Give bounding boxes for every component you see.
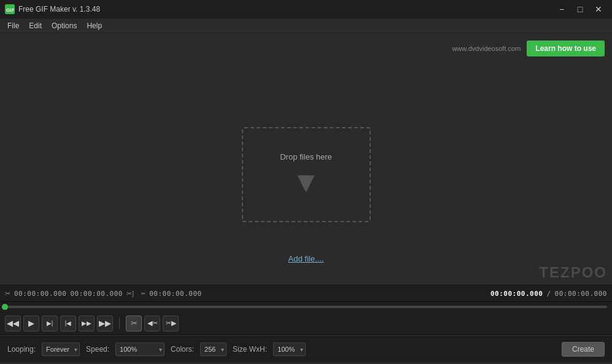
next-frame-button[interactable]: ▶▶ (79, 316, 95, 331)
go-to-start-button[interactable]: ◀◀ (5, 316, 21, 331)
main-area: Drop files here ▼ Add file.... TEZPOO (0, 64, 612, 285)
trim-end-icon: ✂] (126, 290, 134, 298)
controls-area: ◀◀ ▶ ▶| |◀ ▶▶ ▶▶ ✂ ◀✂ ✂▶ (0, 312, 612, 335)
app-icon: GIF (5, 4, 15, 14)
play-button[interactable]: ▶ (23, 316, 39, 331)
step-forward-button[interactable]: ▶| (42, 316, 58, 331)
current-time: 00:00:00.000 (490, 290, 543, 298)
trim-start-time: 00:00:00.000 (14, 290, 66, 298)
go-to-end-button[interactable]: ▶▶ (97, 316, 113, 331)
app-title: Free GIF Maker v. 1.3.48 (18, 5, 100, 14)
window-controls: − □ ✕ (553, 3, 607, 15)
time-separator: / (546, 290, 551, 298)
timeline-right: 00:00:00.000 / 00:00:00.000 (490, 290, 607, 298)
size-select-wrapper: 25% 50% 75% 100% (273, 343, 306, 356)
drop-arrow-icon: ▼ (292, 168, 321, 197)
trim-end-icon2: ✂ (141, 290, 145, 298)
drop-text: Drop files here (280, 152, 332, 161)
watermark: TEZPOO (539, 264, 607, 281)
title-bar: GIF Free GIF Maker v. 1.3.48 − □ ✕ (0, 0, 612, 18)
trim-start-icon: ✂ (5, 290, 10, 298)
learn-button[interactable]: Learn how to use (527, 41, 605, 56)
prev-frame-button[interactable]: |◀ (60, 316, 76, 331)
speed-select[interactable]: 50% 75% 100% 125% 150% 200% (115, 343, 165, 356)
add-file-link[interactable]: Add file.... (289, 254, 324, 263)
looping-select-wrapper: Forever 1 time 2 times 3 times (42, 343, 80, 356)
progress-handle[interactable] (2, 304, 8, 310)
menu-file[interactable]: File (2, 20, 24, 31)
colors-select[interactable]: 2 4 8 16 32 64 128 256 (200, 343, 227, 356)
drop-zone[interactable]: Drop files here ▼ (242, 127, 371, 222)
progress-track[interactable] (5, 306, 607, 308)
add-file-container: Add file.... (289, 254, 324, 263)
size-select[interactable]: 25% 50% 75% 100% (273, 343, 306, 356)
cut-button[interactable]: ✂ (126, 316, 142, 331)
menu-edit[interactable]: Edit (24, 20, 47, 31)
cut-left-button[interactable]: ◀✂ (144, 316, 160, 331)
looping-select[interactable]: Forever 1 time 2 times 3 times (42, 343, 80, 356)
progress-area[interactable] (0, 302, 612, 312)
maximize-button[interactable]: □ (571, 3, 589, 15)
looping-label: Looping: (7, 345, 36, 354)
title-bar-left: GIF Free GIF Maker v. 1.3.48 (5, 4, 100, 14)
svg-text:GIF: GIF (6, 7, 14, 13)
total-time: 00:00:00.000 (555, 290, 607, 298)
website-text: www.dvdvideosoft.com (452, 45, 521, 52)
trim-mid-time: 00:00:00.000 (70, 290, 122, 298)
trim-end-time: 00:00:00.000 (149, 290, 201, 298)
cut-right-button[interactable]: ✂▶ (163, 316, 179, 331)
top-area: www.dvdvideosoft.com Learn how to use (0, 33, 612, 64)
colors-label: Colors: (171, 345, 194, 354)
menu-bar: File Edit Options Help (0, 18, 612, 33)
size-label: Size WxH: (233, 345, 267, 354)
controls-separator (119, 317, 120, 330)
close-button[interactable]: ✕ (590, 3, 607, 15)
colors-select-wrapper: 2 4 8 16 32 64 128 256 (200, 343, 227, 356)
timeline-area: ✂ 00:00:00.000 00:00:00.000 ✂] ✂ 00:00:0… (0, 285, 612, 302)
speed-select-wrapper: 50% 75% 100% 125% 150% 200% (115, 343, 165, 356)
speed-label: Speed: (86, 345, 109, 354)
menu-options[interactable]: Options (47, 20, 82, 31)
settings-area: Looping: Forever 1 time 2 times 3 times … (0, 335, 612, 362)
menu-help[interactable]: Help (82, 20, 107, 31)
create-button[interactable]: Create (562, 342, 605, 357)
minimize-button[interactable]: − (553, 3, 570, 15)
